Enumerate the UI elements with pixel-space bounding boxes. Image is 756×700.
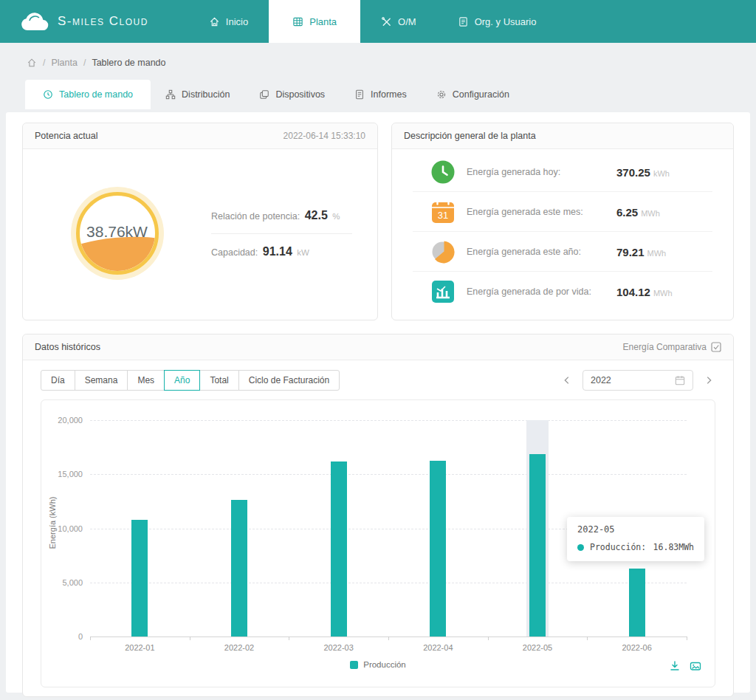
- clipboard-icon: [458, 16, 469, 27]
- legend-marker: [350, 661, 358, 669]
- year-picker: 2022: [560, 370, 715, 391]
- top-navbar: S-miles Cloud Inicio Planta O/M Org. y U…: [0, 0, 756, 43]
- breadcrumb-home-icon[interactable]: [27, 58, 37, 68]
- period-button-total[interactable]: Total: [199, 370, 238, 391]
- energy-today-value: 370.25: [616, 166, 650, 179]
- bar-2022-03[interactable]: [331, 461, 347, 636]
- energy-today-row: Energía generada hoy: 370.25kWh: [413, 152, 712, 192]
- energy-lifetime-value: 104.12: [616, 286, 650, 298]
- nav-item-om[interactable]: O/M: [360, 0, 437, 43]
- x-tick-label: 2022-05: [523, 643, 552, 652]
- brand-name: S-miles Cloud: [58, 14, 148, 29]
- brand-logo[interactable]: S-miles Cloud: [0, 0, 171, 43]
- calendar-icon: 31: [430, 199, 456, 224]
- breadcrumb-separator: /: [43, 58, 45, 68]
- x-tick-label: 2022-04: [423, 643, 453, 652]
- capacity-value: 91.14: [263, 245, 292, 258]
- checkbox-icon: [711, 342, 721, 352]
- power-ratio-value: 42.5: [305, 209, 328, 222]
- y-tick-label: 0: [78, 632, 83, 641]
- save-image-icon[interactable]: [690, 660, 701, 672]
- axis-tick: [488, 636, 489, 640]
- pie-chart-icon: [430, 239, 456, 264]
- gridline: [90, 420, 687, 421]
- capacity-line: Capacidad: 91.14 kW: [211, 234, 352, 270]
- y-tick-label: 10,000: [58, 524, 83, 533]
- home-icon: [209, 16, 220, 27]
- period-button-semana[interactable]: Semana: [75, 370, 128, 391]
- y-tick-label: 20,000: [58, 416, 83, 425]
- power-ratio-line: Relación de potencia: 42.5 %: [211, 198, 352, 234]
- next-year-button[interactable]: [702, 374, 715, 387]
- history-card-title: Datos históricos: [35, 342, 100, 352]
- energy-lifetime-row: Energía generada de por vida: 104.12MWh: [413, 272, 712, 311]
- power-card-title: Potencia actual: [35, 131, 97, 141]
- dashboard-icon: [43, 89, 53, 100]
- download-icon[interactable]: [669, 660, 681, 672]
- content-panel: Potencia actual 2022-06-14 15:33:10 38.7…: [6, 112, 750, 693]
- x-tick-label: 2022-06: [622, 643, 651, 652]
- nav-item-planta[interactable]: Planta: [269, 0, 360, 43]
- bar-chart-icon: [430, 279, 456, 304]
- nav-item-org-usuario[interactable]: Org. y Usuario: [437, 0, 557, 43]
- tooltip-title: 2022-05: [577, 524, 694, 535]
- axis-tick: [90, 636, 91, 640]
- current-power-value: 38.76kW: [80, 223, 155, 241]
- axis-tick: [687, 636, 687, 640]
- gear-icon: [436, 89, 447, 100]
- breadcrumb-separator: /: [83, 58, 86, 68]
- x-tick-label: 2022-02: [224, 643, 254, 652]
- nav-item-inicio[interactable]: Inicio: [188, 0, 269, 43]
- bar-2022-04[interactable]: [430, 461, 446, 636]
- bar-2022-06[interactable]: [629, 569, 645, 636]
- y-tick-label: 15,000: [58, 470, 83, 478]
- axis-tick: [190, 636, 190, 640]
- previous-year-button[interactable]: [560, 374, 574, 387]
- clock-icon: [430, 159, 456, 185]
- period-button-ciclo-facturacion[interactable]: Ciclo de Facturación: [238, 370, 340, 391]
- production-chart: Energía (kWh) 05,00010,00015,00020,00020…: [41, 399, 715, 687]
- year-input[interactable]: 2022: [583, 370, 693, 391]
- energy-year-row: Energía generada este año: 79.21MWh: [413, 232, 712, 272]
- legend-item-produccion[interactable]: Producción: [41, 660, 715, 669]
- period-button-dia[interactable]: Día: [41, 370, 75, 391]
- bar-2022-05[interactable]: [529, 454, 546, 636]
- energy-month-row: 31 Energía generada este mes: 6.25MWh: [413, 192, 712, 232]
- tab-configuracion[interactable]: Configuración: [422, 80, 524, 109]
- calendar-picker-icon: [675, 375, 685, 385]
- period-button-group: Día Semana Mes Año Total Ciclo de Factur…: [41, 370, 340, 391]
- tooltip-series-dot: [577, 544, 584, 551]
- chart-tooltip: 2022-05 Producción: 16.83MWh: [567, 517, 704, 561]
- x-tick-label: 2022-03: [323, 643, 353, 652]
- tooltip-series-label: Producción:: [590, 542, 646, 552]
- main-nav: Inicio Planta O/M Org. y Usuario: [188, 0, 557, 43]
- y-tick-label: 5,000: [62, 578, 83, 587]
- axis-tick: [388, 636, 389, 640]
- tools-icon: [381, 16, 392, 27]
- axis-tick: [587, 636, 588, 640]
- period-button-ano[interactable]: Año: [164, 370, 200, 391]
- bar-2022-01[interactable]: [131, 520, 148, 636]
- breadcrumb: / Planta / Tablero de mando: [0, 43, 756, 80]
- period-button-mes[interactable]: Mes: [127, 370, 165, 391]
- comparative-energy-toggle[interactable]: Energía Comparativa: [623, 342, 721, 352]
- plant-overview-card: Descripción general de la planta Energía…: [391, 123, 734, 320]
- energy-year-value: 79.21: [616, 246, 645, 258]
- power-liquid-gauge: 38.76kW: [76, 192, 159, 275]
- tab-distribucion[interactable]: Distribución: [151, 80, 244, 109]
- tab-informes[interactable]: Informes: [340, 80, 422, 109]
- plant-tabs: Tablero de mando Distribución Dispositiv…: [0, 80, 756, 109]
- breadcrumb-item-planta[interactable]: Planta: [51, 58, 77, 68]
- gridline: [90, 583, 687, 583]
- tab-dispositivos[interactable]: Dispositivos: [244, 80, 340, 109]
- devices-icon: [259, 89, 269, 100]
- plant-grid-icon: [292, 16, 303, 27]
- breadcrumb-item-current: Tablero de mando: [92, 58, 165, 68]
- cloud-logo-icon: [21, 12, 49, 31]
- tooltip-value: 16.83MWh: [653, 542, 694, 552]
- bar-2022-02[interactable]: [231, 500, 247, 636]
- current-power-card: Potencia actual 2022-06-14 15:33:10 38.7…: [22, 123, 378, 320]
- overview-card-title: Descripción general de la planta: [404, 131, 536, 141]
- org-tree-icon: [165, 89, 176, 100]
- tab-tablero-de-mando[interactable]: Tablero de mando: [25, 80, 151, 109]
